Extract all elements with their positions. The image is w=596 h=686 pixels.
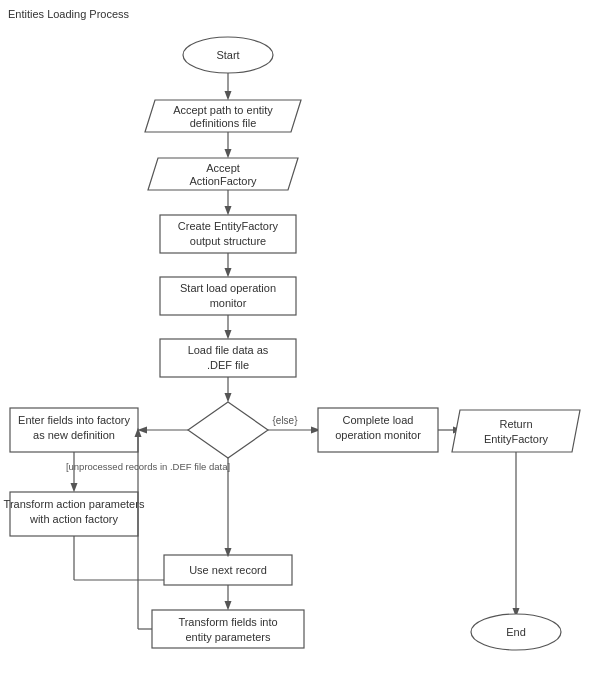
svg-text:Start: Start [216, 49, 239, 61]
svg-text:operation monitor: operation monitor [335, 429, 421, 441]
svg-text:Start load operation: Start load operation [180, 282, 276, 294]
svg-marker-40 [452, 410, 580, 452]
svg-text:EntityFactory: EntityFactory [484, 433, 549, 445]
diagram-container: Entities Loading Process Start Accept pa… [0, 0, 596, 686]
svg-text:ActionFactory: ActionFactory [189, 175, 257, 187]
svg-text:Accept path to entity: Accept path to entity [173, 104, 273, 116]
svg-text:with action factory: with action factory [29, 513, 119, 525]
svg-marker-23 [188, 402, 268, 458]
svg-text:Transform fields into: Transform fields into [178, 616, 277, 628]
svg-text:Use next record: Use next record [189, 564, 267, 576]
svg-text:definitions file: definitions file [190, 117, 257, 129]
svg-text:entity parameters: entity parameters [186, 631, 271, 643]
svg-text:Create EntityFactory: Create EntityFactory [178, 220, 279, 232]
svg-text:Load file data as: Load file data as [188, 344, 269, 356]
svg-text:Complete load: Complete load [343, 414, 414, 426]
svg-text:.DEF file: .DEF file [207, 359, 249, 371]
svg-text:{else}: {else} [272, 415, 298, 426]
svg-text:monitor: monitor [210, 297, 247, 309]
svg-text:[unprocessed records in .DEF f: [unprocessed records in .DEF file data] [66, 461, 230, 472]
svg-text:as new definition: as new definition [33, 429, 115, 441]
svg-text:Enter fields into factory: Enter fields into factory [18, 414, 130, 426]
svg-text:Return: Return [499, 418, 532, 430]
svg-text:Transform action parameters: Transform action parameters [4, 498, 145, 510]
svg-text:End: End [506, 626, 526, 638]
svg-text:Accept: Accept [206, 162, 240, 174]
svg-text:output structure: output structure [190, 235, 266, 247]
